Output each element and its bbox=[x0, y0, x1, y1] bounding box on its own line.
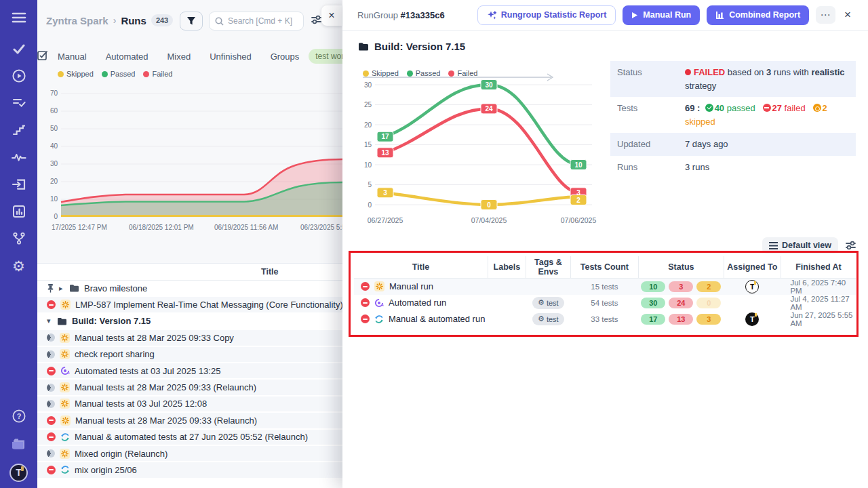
default-view-button[interactable]: Default view bbox=[762, 237, 838, 253]
list-item-label: mix origin 25/06 bbox=[75, 465, 137, 475]
search-input[interactable] bbox=[228, 16, 296, 26]
breadcrumb-page[interactable]: Runs bbox=[121, 15, 146, 26]
col-tags-envs[interactable]: Tags & Envs bbox=[526, 256, 570, 278]
tag-pill[interactable]: ⚙ test bbox=[532, 297, 564, 309]
svg-text:10: 10 bbox=[364, 161, 372, 169]
run-title: Automated run bbox=[389, 298, 446, 308]
run-row[interactable]: Manual & automated run ⚙ test 33 tests 1… bbox=[354, 311, 856, 327]
search-box[interactable] bbox=[209, 12, 304, 30]
rungroup-detail-panel: RunGroup #13a335c6 Rungroup Statistic Re… bbox=[342, 0, 868, 488]
failed-pill: 3 bbox=[669, 281, 693, 292]
skipped-dot bbox=[363, 70, 369, 77]
status-pills: 30 24 0 bbox=[641, 298, 721, 308]
analytics-icon[interactable] bbox=[0, 198, 37, 225]
build-section-title: Build: Version 7.15 bbox=[358, 41, 465, 52]
filter-button[interactable] bbox=[180, 12, 203, 30]
tag-filter-pill[interactable]: test work bbox=[309, 49, 342, 64]
list-item[interactable]: Manual tests at 03 Jul 2025 12:08 bbox=[37, 396, 342, 413]
import-icon[interactable] bbox=[0, 171, 37, 198]
svg-text:30: 30 bbox=[364, 81, 372, 89]
list-item-selected[interactable]: ▾ Build: Version 7.15 bbox=[37, 314, 342, 330]
list-item[interactable]: Manual tests at 28 Mar 2025 09:33 (Relau… bbox=[37, 413, 342, 429]
combined-report-button[interactable]: Combined Report bbox=[707, 5, 809, 25]
tab-mixed[interactable]: Mixed bbox=[158, 52, 201, 62]
tests-count: 33 tests bbox=[570, 311, 638, 327]
menu-icon[interactable] bbox=[0, 0, 37, 35]
legend-failed: Failed bbox=[457, 69, 477, 77]
projects-folder-icon[interactable] bbox=[0, 430, 37, 457]
user-avatar[interactable]: T bbox=[0, 457, 37, 488]
failed-dot bbox=[685, 69, 691, 75]
help-icon[interactable]: ? bbox=[0, 403, 37, 430]
col-assigned-to[interactable]: Assigned To bbox=[724, 256, 781, 278]
run-row[interactable]: Automated run ⚙ test 54 tests 30 24 0 Ju… bbox=[354, 295, 856, 311]
assignee-avatar[interactable]: T bbox=[745, 280, 759, 293]
tests-label: Tests bbox=[617, 102, 685, 128]
col-title[interactable]: Title bbox=[354, 256, 488, 278]
display-options-icon[interactable] bbox=[311, 15, 321, 27]
col-status[interactable]: Status bbox=[638, 256, 724, 278]
svg-text:?: ? bbox=[16, 412, 21, 420]
runs-icon[interactable] bbox=[0, 62, 37, 89]
tab-groups[interactable]: Groups bbox=[261, 52, 309, 62]
col-tests-count[interactable]: Tests Count bbox=[570, 256, 638, 278]
passed-icon bbox=[705, 104, 713, 112]
runs-row: Runs 3 runs bbox=[610, 156, 856, 179]
steps-icon[interactable] bbox=[0, 117, 37, 144]
list-item-label: Automated tests at 03 Jul 2025 13:25 bbox=[75, 366, 220, 376]
list-item[interactable]: Manual & automated tests at 27 Jun 2025 … bbox=[37, 430, 342, 446]
list-item[interactable]: mix origin 25/06 bbox=[37, 462, 342, 479]
more-options-button[interactable]: ⋯ bbox=[816, 6, 835, 24]
list-item-label: Manual tests at 28 Mar 2025 09:33 (Relau… bbox=[75, 382, 256, 392]
list-title-header: Title bbox=[261, 267, 278, 277]
gear-icon: ⚙ bbox=[538, 298, 545, 307]
breadcrumb: Zyntra Spark › Runs 243 bbox=[46, 14, 173, 26]
test-plans-icon[interactable] bbox=[0, 89, 37, 117]
tab-automated[interactable]: Automated bbox=[96, 52, 158, 62]
panel-close-button[interactable]: × bbox=[321, 5, 342, 26]
tab-manual[interactable]: Manual bbox=[48, 52, 96, 62]
settings-gear-icon[interactable]: ⚙ bbox=[0, 252, 37, 279]
list-item[interactable]: Automated tests at 03 Jul 2025 13:25 bbox=[37, 363, 342, 380]
col-finished-at[interactable]: Finished At bbox=[781, 256, 856, 278]
rungroup-statistic-report-button[interactable]: Rungroup Statistic Report bbox=[477, 5, 616, 25]
legend-skipped: Skipped bbox=[372, 69, 399, 77]
breadcrumb-project[interactable]: Zyntra Spark bbox=[46, 15, 108, 26]
table-settings-icon[interactable] bbox=[846, 241, 856, 250]
chart-legend: Skipped Passed Failed bbox=[58, 70, 172, 78]
svg-text:5: 5 bbox=[368, 181, 372, 188]
breadcrumb-separator: › bbox=[113, 15, 117, 26]
ellipsis-icon: ⋯ bbox=[821, 9, 831, 21]
detail-close-button[interactable]: × bbox=[842, 8, 853, 22]
pulse-icon[interactable] bbox=[0, 144, 37, 171]
failed-pill: 24 bbox=[669, 298, 693, 308]
tasks-check-icon[interactable] bbox=[0, 35, 37, 62]
run-row[interactable]: Manual run 15 tests 10 3 2 T Jul 6, 2025… bbox=[354, 278, 856, 295]
tag-pill[interactable]: ⚙ test bbox=[532, 313, 564, 325]
caret-right-icon[interactable]: ▸ bbox=[59, 284, 64, 293]
list-item[interactable]: Mixed origin (Relaunch) bbox=[37, 446, 342, 462]
sidebar: ⚙ ? T bbox=[0, 0, 37, 488]
svg-text:25: 25 bbox=[364, 101, 372, 108]
list-item[interactable]: Manual tests at 28 Mar 2025 09:33 Copy bbox=[37, 330, 342, 346]
branching-icon[interactable] bbox=[0, 225, 37, 252]
list-header: Title bbox=[37, 263, 342, 281]
svg-text:10: 10 bbox=[574, 161, 583, 169]
tab-unfinished[interactable]: Unfinished bbox=[200, 52, 260, 62]
list-item[interactable]: Manual tests at 28 Mar 2025 09:33 (Relau… bbox=[37, 380, 342, 396]
svg-text:0: 0 bbox=[487, 201, 491, 209]
sparkles-icon bbox=[487, 10, 496, 20]
skipped-pill: 0 bbox=[696, 298, 721, 308]
list-item[interactable]: ▸ Bravo milestone bbox=[37, 281, 342, 297]
assignee-avatar[interactable]: T bbox=[745, 312, 759, 326]
failed-status-icon bbox=[361, 282, 370, 291]
caret-down-icon[interactable]: ▾ bbox=[47, 317, 52, 325]
status-value: FAILED bbox=[694, 67, 725, 77]
col-labels[interactable]: Labels bbox=[488, 256, 526, 278]
manual-run-button[interactable]: Manual Run bbox=[623, 5, 700, 25]
list-item-label: LMP-587 Implement Real-Time Chat Messagi… bbox=[75, 300, 342, 310]
select-runs-icon[interactable] bbox=[37, 50, 48, 63]
updated-label: Updated bbox=[617, 138, 685, 151]
list-item[interactable]: LMP-587 Implement Real-Time Chat Messagi… bbox=[37, 297, 342, 313]
list-item[interactable]: check report sharing bbox=[37, 347, 342, 363]
